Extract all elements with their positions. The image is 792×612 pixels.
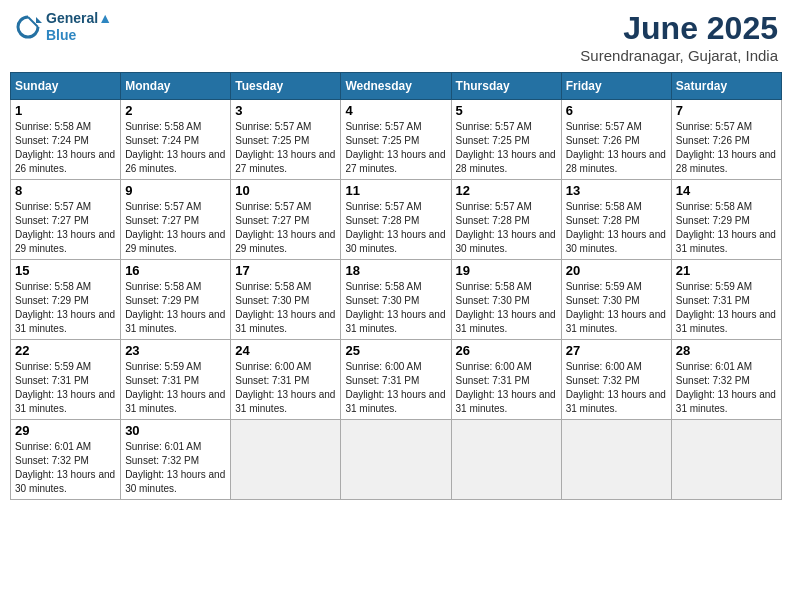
day-number: 18	[345, 263, 446, 278]
title-area: June 2025 Surendranagar, Gujarat, India	[580, 10, 778, 64]
day-number: 11	[345, 183, 446, 198]
calendar-cell: 3 Sunrise: 5:57 AM Sunset: 7:25 PM Dayli…	[231, 100, 341, 180]
day-number: 10	[235, 183, 336, 198]
calendar-week-row: 29 Sunrise: 6:01 AM Sunset: 7:32 PM Dayl…	[11, 420, 782, 500]
calendar-cell	[341, 420, 451, 500]
calendar-week-row: 15 Sunrise: 5:58 AM Sunset: 7:29 PM Dayl…	[11, 260, 782, 340]
calendar-cell: 6 Sunrise: 5:57 AM Sunset: 7:26 PM Dayli…	[561, 100, 671, 180]
calendar-cell: 30 Sunrise: 6:01 AM Sunset: 7:32 PM Dayl…	[121, 420, 231, 500]
day-number: 20	[566, 263, 667, 278]
calendar-cell: 24 Sunrise: 6:00 AM Sunset: 7:31 PM Dayl…	[231, 340, 341, 420]
day-number: 30	[125, 423, 226, 438]
day-info: Sunrise: 6:00 AM Sunset: 7:31 PM Dayligh…	[345, 360, 446, 416]
calendar-cell: 11 Sunrise: 5:57 AM Sunset: 7:28 PM Dayl…	[341, 180, 451, 260]
weekday-header-row: Sunday Monday Tuesday Wednesday Thursday…	[11, 73, 782, 100]
day-info: Sunrise: 5:58 AM Sunset: 7:24 PM Dayligh…	[125, 120, 226, 176]
calendar-cell: 28 Sunrise: 6:01 AM Sunset: 7:32 PM Dayl…	[671, 340, 781, 420]
day-info: Sunrise: 5:57 AM Sunset: 7:25 PM Dayligh…	[456, 120, 557, 176]
day-number: 3	[235, 103, 336, 118]
day-number: 9	[125, 183, 226, 198]
logo-text: General▲ Blue	[46, 10, 112, 44]
logo: General▲ Blue	[14, 10, 112, 44]
calendar-cell	[451, 420, 561, 500]
day-info: Sunrise: 5:58 AM Sunset: 7:29 PM Dayligh…	[15, 280, 116, 336]
day-number: 17	[235, 263, 336, 278]
header-wednesday: Wednesday	[341, 73, 451, 100]
day-info: Sunrise: 5:57 AM Sunset: 7:27 PM Dayligh…	[125, 200, 226, 256]
calendar-cell: 15 Sunrise: 5:58 AM Sunset: 7:29 PM Dayl…	[11, 260, 121, 340]
calendar-cell	[671, 420, 781, 500]
calendar-cell: 14 Sunrise: 5:58 AM Sunset: 7:29 PM Dayl…	[671, 180, 781, 260]
logo-icon	[14, 13, 42, 41]
header-thursday: Thursday	[451, 73, 561, 100]
calendar-cell: 12 Sunrise: 5:57 AM Sunset: 7:28 PM Dayl…	[451, 180, 561, 260]
calendar-cell: 1 Sunrise: 5:58 AM Sunset: 7:24 PM Dayli…	[11, 100, 121, 180]
day-info: Sunrise: 5:57 AM Sunset: 7:28 PM Dayligh…	[345, 200, 446, 256]
header-tuesday: Tuesday	[231, 73, 341, 100]
day-number: 8	[15, 183, 116, 198]
day-info: Sunrise: 6:01 AM Sunset: 7:32 PM Dayligh…	[676, 360, 777, 416]
day-info: Sunrise: 5:57 AM Sunset: 7:28 PM Dayligh…	[456, 200, 557, 256]
day-info: Sunrise: 5:58 AM Sunset: 7:29 PM Dayligh…	[676, 200, 777, 256]
header-friday: Friday	[561, 73, 671, 100]
month-title: June 2025	[580, 10, 778, 47]
calendar-cell: 19 Sunrise: 5:58 AM Sunset: 7:30 PM Dayl…	[451, 260, 561, 340]
day-number: 22	[15, 343, 116, 358]
calendar-cell: 9 Sunrise: 5:57 AM Sunset: 7:27 PM Dayli…	[121, 180, 231, 260]
day-number: 2	[125, 103, 226, 118]
calendar-cell: 21 Sunrise: 5:59 AM Sunset: 7:31 PM Dayl…	[671, 260, 781, 340]
day-number: 23	[125, 343, 226, 358]
calendar-cell: 2 Sunrise: 5:58 AM Sunset: 7:24 PM Dayli…	[121, 100, 231, 180]
day-number: 24	[235, 343, 336, 358]
calendar-cell: 25 Sunrise: 6:00 AM Sunset: 7:31 PM Dayl…	[341, 340, 451, 420]
calendar-cell: 27 Sunrise: 6:00 AM Sunset: 7:32 PM Dayl…	[561, 340, 671, 420]
calendar-week-row: 22 Sunrise: 5:59 AM Sunset: 7:31 PM Dayl…	[11, 340, 782, 420]
calendar-cell: 26 Sunrise: 6:00 AM Sunset: 7:31 PM Dayl…	[451, 340, 561, 420]
day-number: 14	[676, 183, 777, 198]
day-info: Sunrise: 5:57 AM Sunset: 7:27 PM Dayligh…	[15, 200, 116, 256]
day-number: 16	[125, 263, 226, 278]
day-number: 27	[566, 343, 667, 358]
day-number: 19	[456, 263, 557, 278]
day-number: 12	[456, 183, 557, 198]
day-number: 1	[15, 103, 116, 118]
day-info: Sunrise: 5:57 AM Sunset: 7:26 PM Dayligh…	[676, 120, 777, 176]
calendar-cell: 20 Sunrise: 5:59 AM Sunset: 7:30 PM Dayl…	[561, 260, 671, 340]
header-monday: Monday	[121, 73, 231, 100]
calendar-cell: 22 Sunrise: 5:59 AM Sunset: 7:31 PM Dayl…	[11, 340, 121, 420]
calendar-week-row: 8 Sunrise: 5:57 AM Sunset: 7:27 PM Dayli…	[11, 180, 782, 260]
calendar-table: Sunday Monday Tuesday Wednesday Thursday…	[10, 72, 782, 500]
day-info: Sunrise: 5:58 AM Sunset: 7:29 PM Dayligh…	[125, 280, 226, 336]
day-info: Sunrise: 6:01 AM Sunset: 7:32 PM Dayligh…	[15, 440, 116, 496]
location-title: Surendranagar, Gujarat, India	[580, 47, 778, 64]
header-saturday: Saturday	[671, 73, 781, 100]
day-info: Sunrise: 5:57 AM Sunset: 7:27 PM Dayligh…	[235, 200, 336, 256]
day-number: 25	[345, 343, 446, 358]
day-info: Sunrise: 5:59 AM Sunset: 7:31 PM Dayligh…	[676, 280, 777, 336]
calendar-week-row: 1 Sunrise: 5:58 AM Sunset: 7:24 PM Dayli…	[11, 100, 782, 180]
day-info: Sunrise: 6:00 AM Sunset: 7:31 PM Dayligh…	[456, 360, 557, 416]
day-number: 21	[676, 263, 777, 278]
day-number: 7	[676, 103, 777, 118]
calendar-cell: 4 Sunrise: 5:57 AM Sunset: 7:25 PM Dayli…	[341, 100, 451, 180]
day-info: Sunrise: 5:58 AM Sunset: 7:24 PM Dayligh…	[15, 120, 116, 176]
calendar-cell: 8 Sunrise: 5:57 AM Sunset: 7:27 PM Dayli…	[11, 180, 121, 260]
day-info: Sunrise: 5:58 AM Sunset: 7:30 PM Dayligh…	[235, 280, 336, 336]
calendar-cell: 29 Sunrise: 6:01 AM Sunset: 7:32 PM Dayl…	[11, 420, 121, 500]
calendar-cell: 7 Sunrise: 5:57 AM Sunset: 7:26 PM Dayli…	[671, 100, 781, 180]
day-number: 13	[566, 183, 667, 198]
day-info: Sunrise: 5:59 AM Sunset: 7:31 PM Dayligh…	[125, 360, 226, 416]
day-info: Sunrise: 5:58 AM Sunset: 7:30 PM Dayligh…	[456, 280, 557, 336]
calendar-cell: 16 Sunrise: 5:58 AM Sunset: 7:29 PM Dayl…	[121, 260, 231, 340]
day-info: Sunrise: 5:59 AM Sunset: 7:31 PM Dayligh…	[15, 360, 116, 416]
calendar-cell: 17 Sunrise: 5:58 AM Sunset: 7:30 PM Dayl…	[231, 260, 341, 340]
day-number: 6	[566, 103, 667, 118]
calendar-cell	[231, 420, 341, 500]
day-info: Sunrise: 6:00 AM Sunset: 7:31 PM Dayligh…	[235, 360, 336, 416]
day-info: Sunrise: 5:57 AM Sunset: 7:25 PM Dayligh…	[345, 120, 446, 176]
calendar-cell: 5 Sunrise: 5:57 AM Sunset: 7:25 PM Dayli…	[451, 100, 561, 180]
day-info: Sunrise: 6:01 AM Sunset: 7:32 PM Dayligh…	[125, 440, 226, 496]
day-number: 4	[345, 103, 446, 118]
day-number: 26	[456, 343, 557, 358]
day-info: Sunrise: 5:57 AM Sunset: 7:26 PM Dayligh…	[566, 120, 667, 176]
